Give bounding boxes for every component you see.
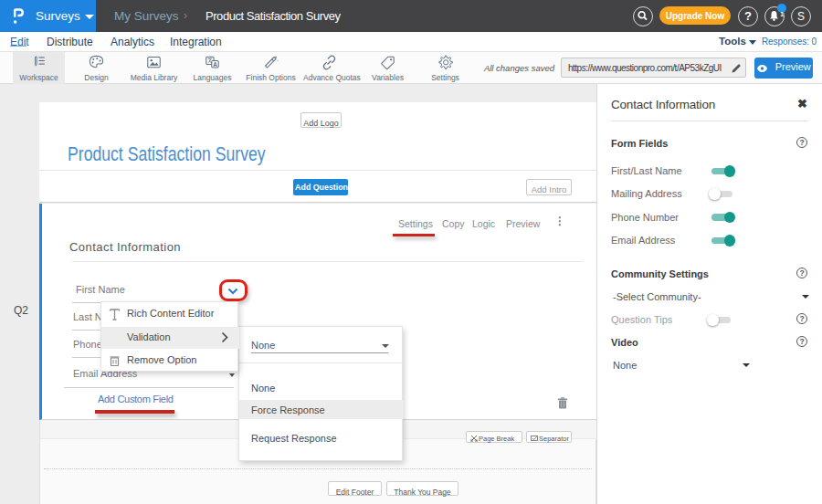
svg-text:A: A [213, 61, 217, 68]
